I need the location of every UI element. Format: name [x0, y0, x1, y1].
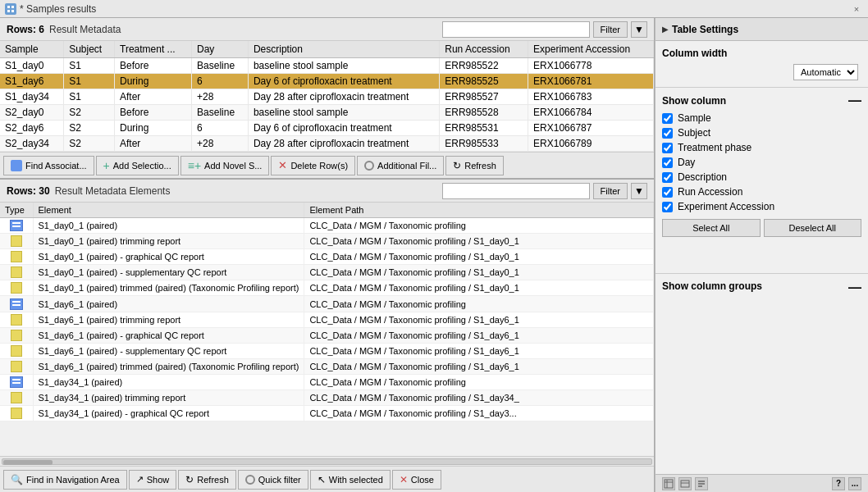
additional-fil-button[interactable]: Additional Fil... [357, 156, 444, 175]
list-item[interactable]: S1_day34_1 (paired) trimming reportCLC_D… [0, 390, 654, 406]
col-day[interactable]: Day [192, 41, 249, 58]
show-column-checkbox-row: Sample [662, 112, 861, 124]
delete-icon: ✕ [278, 159, 287, 171]
show-column-checkbox[interactable] [662, 172, 673, 183]
with-selected-button[interactable]: ↖ With selected [310, 470, 391, 490]
show-column-checkbox[interactable] [662, 143, 673, 153]
expand-icon[interactable]: ▶ [662, 25, 669, 34]
h-scrollbar[interactable] [0, 456, 654, 466]
show-column-checkbox[interactable] [662, 128, 673, 139]
bottom-filter-dropdown[interactable]: ▼ [631, 183, 647, 199]
col-element-path[interactable]: Element Path [304, 203, 654, 218]
deselect-all-button[interactable]: Deselect All [764, 219, 862, 237]
bottom-filter-input[interactable] [442, 183, 590, 199]
status-icon-3[interactable] [695, 477, 708, 490]
col-width-section: Column width Automatic Manual [656, 41, 868, 88]
table-row[interactable]: S1_day34S1After+28Day 28 after ciproflox… [0, 89, 654, 105]
table-row[interactable]: S1_day6S1During6Day 6 of ciprofloxacin t… [0, 74, 654, 89]
list-item[interactable]: S1_day6_1 (paired) trimmed (paired) (Tax… [0, 358, 654, 374]
doc-type-icon [11, 282, 22, 294]
list-item[interactable]: S1_day34_1 (paired) - graphical QC repor… [0, 406, 654, 421]
col-subject[interactable]: Subject [64, 41, 115, 58]
list-item[interactable]: S1_day6_1 (paired) - graphical QC report… [0, 327, 654, 343]
show-column-checkbox[interactable] [662, 202, 673, 212]
list-item[interactable]: S1_day34_1 (paired)CLC_Data / MGM / Taxo… [0, 374, 654, 390]
find-assoc-button[interactable]: Find Associat... [3, 156, 94, 175]
col-sample[interactable]: Sample [0, 41, 64, 58]
svg-rect-2 [7, 10, 10, 12]
show-button[interactable]: ↗ Show [129, 470, 177, 490]
show-column-checkbox-row: Description [662, 171, 861, 183]
h-scroll-thumb[interactable] [3, 460, 53, 465]
show-column-name: Description [678, 171, 727, 183]
col-run-acc[interactable]: Run Accession [440, 41, 528, 58]
col-treatment[interactable]: Treatment ... [115, 41, 192, 58]
add-selection-button[interactable]: + Add Selectio... [96, 156, 179, 175]
select-all-button[interactable]: Select All [662, 219, 761, 237]
top-meta-label: Result Metadata [49, 24, 121, 35]
show-col-collapse[interactable]: — [848, 94, 861, 107]
show-column-name: Treatment phase [678, 142, 752, 153]
list-item[interactable]: S1_day0_1 (paired)CLC_Data / MGM / Taxon… [0, 218, 654, 234]
list-item[interactable]: S1_day0_1 (paired) - supplementary QC re… [0, 265, 654, 280]
show-groups-collapse[interactable]: — [848, 280, 861, 295]
more-icon[interactable]: ... [848, 477, 861, 490]
show-column-checkbox[interactable] [662, 113, 673, 124]
quick-filter-button[interactable]: Quick filter [238, 470, 308, 490]
table-row[interactable]: S2_day0S2BeforeBaselinebaseline stool sa… [0, 105, 654, 121]
close-button-bottom[interactable]: ✕ Close [392, 470, 441, 490]
show-column-name: Day [678, 157, 695, 168]
status-icon-2[interactable] [678, 477, 692, 490]
table-row[interactable]: S2_day34S2After+28Day 28 after ciproflox… [0, 136, 654, 152]
bottom-refresh-button[interactable]: ↻ Refresh [178, 470, 236, 490]
show-column-checkbox[interactable] [662, 187, 673, 198]
list-item[interactable]: S1_day0_1 (paired) trimming reportCLC_Da… [0, 234, 654, 249]
h-scroll-track[interactable] [2, 458, 652, 465]
svg-rect-4 [665, 480, 673, 488]
add-novel-button[interactable]: ≡+ Add Novel S... [180, 156, 270, 175]
close-button[interactable]: × [850, 2, 863, 16]
list-item[interactable]: S1_day6_1 (paired) trimming reportCLC_Da… [0, 312, 654, 327]
col-width-select[interactable]: Automatic Manual [793, 64, 858, 80]
col-exp-acc[interactable]: Experiment Accession [528, 41, 654, 58]
col-element[interactable]: Element [33, 203, 304, 218]
table-row[interactable]: S2_day6S2During6Day 6 of ciprofloxacin t… [0, 121, 654, 136]
bottom-refresh-icon: ↻ [185, 474, 194, 485]
bottom-filter-button[interactable]: Filter [593, 183, 628, 199]
doc-type-icon [11, 408, 22, 419]
doc-type-icon [11, 361, 22, 372]
svg-rect-3 [11, 10, 14, 12]
top-filter-area: Filter ▼ [442, 21, 647, 38]
show-column-name: Subject [678, 127, 710, 139]
elements-table-body: S1_day0_1 (paired)CLC_Data / MGM / Taxon… [0, 218, 654, 421]
table-row[interactable]: S1_day0S1BeforeBaselinebaseline stool sa… [0, 58, 654, 74]
list-item[interactable]: S1_day0_1 (paired) - graphical QC report… [0, 249, 654, 265]
show-col-groups-label: Show column groups — [662, 280, 861, 295]
top-table-header-row: Sample Subject Treatment ... Day Descrip… [0, 41, 654, 58]
help-icon[interactable]: ? [832, 477, 845, 490]
add-novel-icon: ≡+ [188, 159, 201, 172]
delete-rows-button[interactable]: ✕ Delete Row(s) [271, 156, 355, 175]
top-toolbar: Find Associat... + Add Selectio... ≡+ Ad… [0, 152, 654, 178]
show-column-name: Sample [678, 112, 711, 124]
top-filter-dropdown[interactable]: ▼ [631, 21, 647, 38]
top-refresh-button[interactable]: ↻ Refresh [445, 156, 504, 175]
col-type[interactable]: Type [0, 203, 33, 218]
nav-icon: 🔍 [11, 474, 23, 485]
list-item[interactable]: S1_day0_1 (paired) trimmed (paired) (Tax… [0, 280, 654, 296]
checkbox-list: SampleSubjectTreatment phaseDayDescripti… [662, 112, 861, 212]
bottom-table-header: Rows: 30 Result Metadata Elements Filter… [0, 180, 654, 203]
list-item[interactable]: S1_day6_1 (paired)CLC_Data / MGM / Taxon… [0, 296, 654, 312]
top-filter-button[interactable]: Filter [593, 21, 628, 38]
window-title: * Samples results [20, 3, 96, 15]
list-item[interactable]: S1_day6_1 (paired) - supplementary QC re… [0, 343, 654, 358]
top-filter-input[interactable] [442, 21, 590, 38]
elements-table-wrapper: Type Element Element Path S1_day0_1 (pai… [0, 203, 654, 456]
show-column-checkbox[interactable] [662, 157, 673, 168]
show-column-name: Experiment Accession [678, 201, 774, 212]
find-in-nav-button[interactable]: 🔍 Find in Navigation Area [3, 470, 127, 490]
col-description[interactable]: Description [248, 41, 439, 58]
top-table-section: Rows: 6 Result Metadata Filter ▼ Sample [0, 18, 654, 180]
show-column-header: Show column — [662, 94, 861, 107]
status-icon-1[interactable] [662, 477, 675, 490]
